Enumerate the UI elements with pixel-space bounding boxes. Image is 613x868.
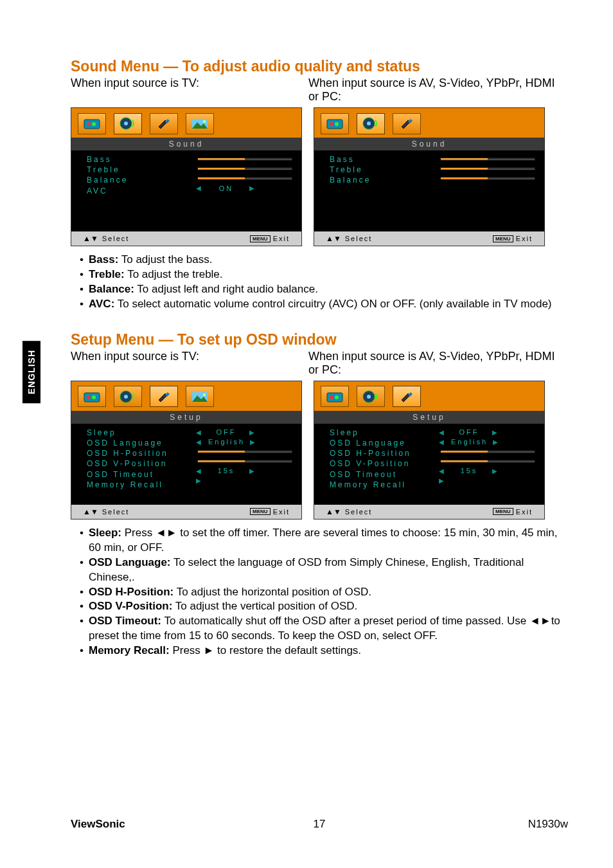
bullet-text: Press ► to restore the default settings.	[170, 644, 361, 656]
timeout-value-row: ◀15s▶	[196, 466, 294, 476]
label-memory-recall: Memory Recall	[87, 480, 190, 490]
bullet-label: Bass:	[89, 253, 118, 266]
bullet-label: Balance:	[89, 283, 134, 295]
bass-slider	[196, 154, 294, 164]
select-label: Select	[102, 508, 130, 516]
tab-video-icon	[78, 113, 106, 134]
sound-osd-av: Sound Bass Treble Balance ▲▼Select MENUE…	[314, 107, 545, 246]
bullet-label: Memory Recall:	[89, 644, 170, 656]
bullet-label: OSD H-Position:	[89, 586, 173, 598]
updown-icon: ▲▼	[326, 507, 341, 516]
tab-tools-icon	[150, 113, 178, 134]
svg-point-20	[203, 393, 206, 396]
tab-tools-icon	[393, 386, 421, 407]
label-avc: AVC	[87, 186, 190, 196]
exit-label: Exit	[516, 508, 533, 516]
tab-video-icon	[321, 386, 349, 407]
avc-row: ◀ON▶	[196, 183, 294, 193]
tab-speaker-icon	[114, 113, 142, 134]
sound-osd-tv: Sound Bass Treble Balance AVC ◀ON▶ ▲▼Sel…	[71, 107, 302, 246]
label-osd-vpos: OSD V-Position	[87, 458, 190, 469]
setup-heading: Setup Menu — To set up OSD window	[71, 331, 568, 348]
bullet-text: To select automatic volume control circu…	[114, 298, 551, 310]
label-treble: Treble	[330, 165, 432, 175]
setup-labels: Sleep OSD Language OSD H-Position OSD V-…	[87, 428, 190, 501]
balance-slider	[439, 174, 537, 183]
sound-intro-left: When input source is TV:	[71, 77, 308, 104]
svg-point-17	[124, 395, 128, 399]
svg-point-25	[367, 395, 371, 399]
recall-row: ▶	[196, 476, 294, 485]
tab-speaker-icon	[357, 386, 385, 407]
bullet-label: Treble:	[89, 268, 125, 280]
lang-value: English	[208, 437, 245, 447]
language-tab: ENGLISH	[22, 341, 40, 403]
exit-label: Exit	[273, 235, 290, 242]
setup-osd-av: Setup Sleep OSD Language OSD H-Position …	[314, 381, 545, 520]
bullet-text: To adjust the bass.	[118, 253, 212, 266]
label-osd-vpos: OSD V-Position	[330, 458, 432, 469]
label-osd-hpos: OSD H-Position	[330, 448, 432, 458]
footer-model: N1930w	[528, 818, 568, 831]
updown-icon: ▲▼	[326, 234, 341, 243]
bullet-text: Press ◄► to set the off timer. There are…	[89, 527, 557, 554]
osd-title: Sound	[71, 138, 301, 150]
setup-intro-left: When input source is TV:	[71, 350, 308, 377]
setup-intro-right: When input source is AV, S-Video, YPbPr,…	[308, 350, 568, 377]
sleep-value-row: ◀OFF▶	[196, 428, 294, 437]
treble-slider	[196, 164, 294, 174]
svg-point-1	[87, 122, 91, 126]
svg-point-22	[330, 395, 333, 399]
osd-title: Sound	[314, 138, 544, 150]
updown-icon: ▲▼	[83, 507, 98, 516]
svg-point-7	[203, 120, 206, 123]
bass-slider	[439, 154, 537, 164]
bullet-text: To adjust the vertical position of OSD.	[172, 600, 357, 612]
bullet-text: To adjust left and right audio balance.	[134, 283, 318, 295]
label-osd-language: OSD Language	[87, 438, 190, 448]
tab-tools-icon	[150, 386, 178, 407]
vpos-slider	[196, 457, 294, 466]
svg-point-23	[335, 395, 339, 399]
tab-speaker-icon	[357, 113, 385, 134]
label-osd-hpos: OSD H-Position	[87, 448, 190, 458]
tab-tools-icon	[393, 113, 421, 134]
select-label: Select	[102, 235, 130, 242]
menu-button-label: MENU	[493, 508, 513, 515]
bullet-label: AVC:	[89, 298, 114, 310]
bullet-label: OSD Language:	[89, 556, 171, 568]
hpos-slider	[196, 447, 294, 457]
vpos-slider	[439, 457, 537, 466]
tab-image-icon	[186, 113, 214, 134]
menu-button-label: MENU	[250, 508, 271, 515]
timeout-value: 15s	[451, 466, 487, 476]
lang-value: English	[451, 437, 488, 447]
lang-value-row: ◀English▶	[196, 437, 294, 447]
sound-bullets: Bass: To adjust the bass. Treble: To adj…	[80, 253, 568, 312]
svg-point-12	[367, 122, 371, 125]
sound-intro-right: When input source is AV, S-Video, YPbPr,…	[308, 77, 568, 104]
label-osd-timeout: OSD Timeout	[87, 469, 190, 480]
label-bass: Bass	[87, 154, 190, 165]
label-treble: Treble	[87, 165, 190, 175]
bullet-text: To adjust the treble.	[125, 268, 223, 280]
select-label: Select	[345, 508, 373, 516]
label-balance: Balance	[330, 175, 432, 185]
label-sleep: Sleep	[87, 428, 190, 438]
select-label: Select	[345, 235, 373, 242]
label-osd-language: OSD Language	[330, 438, 432, 448]
svg-point-15	[92, 395, 96, 399]
recall-row: ▶	[439, 476, 537, 485]
label-osd-timeout: OSD Timeout	[330, 469, 432, 480]
osd-title: Setup	[71, 411, 301, 424]
lang-value-row: ◀English▶	[439, 437, 537, 447]
osd-title: Setup	[314, 411, 544, 424]
sound-heading: Sound Menu — To adjust audio quality and…	[71, 58, 568, 75]
avc-value: ON	[208, 185, 244, 192]
tab-image-icon	[186, 386, 214, 407]
hpos-slider	[439, 447, 537, 457]
bullet-label: Sleep:	[89, 527, 121, 539]
exit-label: Exit	[273, 508, 290, 516]
timeout-value: 15s	[208, 466, 244, 476]
sleep-value: OFF	[451, 428, 487, 437]
